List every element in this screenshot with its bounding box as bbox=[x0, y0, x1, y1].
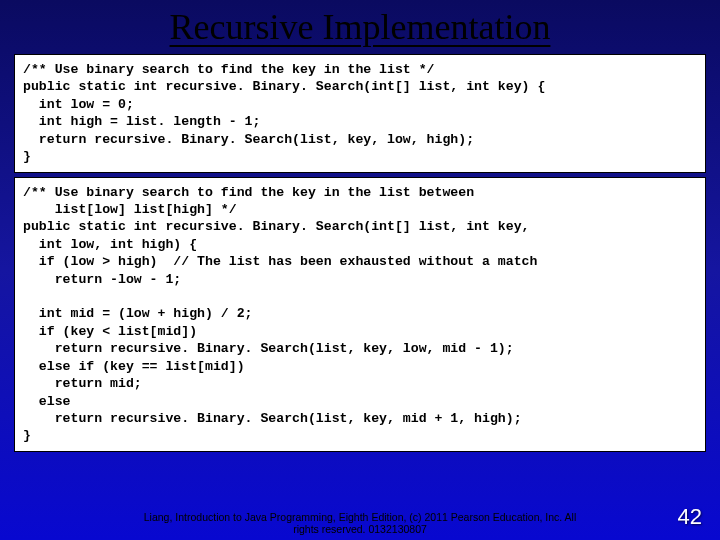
footer-line-2: rights reserved. 0132130807 bbox=[293, 523, 427, 535]
footer: Liang, Introduction to Java Programming,… bbox=[0, 511, 720, 536]
slide: Recursive Implementation /** Use binary … bbox=[0, 0, 720, 540]
code-block-2: /** Use binary search to find the key in… bbox=[14, 177, 706, 452]
footer-attribution: Liang, Introduction to Java Programming,… bbox=[0, 511, 720, 536]
footer-line-1: Liang, Introduction to Java Programming,… bbox=[144, 511, 577, 523]
slide-title: Recursive Implementation bbox=[0, 0, 720, 50]
code-block-1: /** Use binary search to find the key in… bbox=[14, 54, 706, 173]
page-number: 42 bbox=[678, 504, 702, 530]
